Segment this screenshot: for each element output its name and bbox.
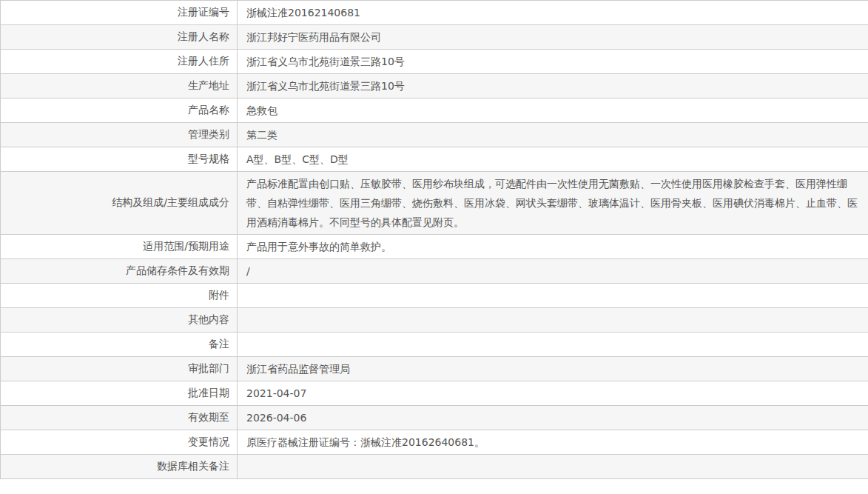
row-field-value: 浙江省药品监督管理局 — [238, 357, 868, 381]
table-row: 其他内容 — [1, 308, 868, 333]
row-field-label: 注册人住所 — [1, 50, 238, 74]
row-field-value: 原医疗器械注册证编号：浙械注准20162640681。 — [238, 430, 868, 455]
row-field-label: 产品名称 — [1, 99, 238, 123]
row-field-label: 生产地址 — [1, 74, 238, 99]
row-field-label: 附件 — [1, 284, 238, 308]
row-field-value: 产品标准配置由创口贴、压敏胶带、医用纱布块组成，可选配件由一次性使用无菌敷贴、一… — [238, 172, 868, 235]
registration-table-body: 注册证编号 浙械注准20162140681 注册人名称 浙江邦好宁医药用品有限公… — [1, 1, 868, 479]
row-field-value — [238, 455, 868, 479]
row-field-value: 2026-04-06 — [238, 406, 868, 430]
table-row: 审批部门 浙江省药品监督管理局 — [1, 357, 868, 381]
table-row: 型号规格 A型、B型、C型、D型 — [1, 147, 868, 172]
row-field-value: 产品用于意外事故的简单救护。 — [238, 235, 868, 259]
table-row: 批准日期 2021-04-07 — [1, 381, 868, 406]
registration-record-table: 注册证编号 浙械注准20162140681 注册人名称 浙江邦好宁医药用品有限公… — [0, 0, 868, 479]
table-row: 注册证编号 浙械注准20162140681 — [1, 1, 868, 25]
row-field-value: 浙江省义乌市北苑街道景三路10号 — [238, 50, 868, 74]
row-field-label: 注册证编号 — [1, 1, 238, 25]
table-row: 备注 — [1, 333, 868, 357]
row-field-label: 数据库相关备注 — [1, 455, 238, 479]
row-field-label: 其他内容 — [1, 308, 238, 333]
row-field-label: 产品储存条件及有效期 — [1, 259, 238, 284]
row-field-value: 急救包 — [238, 99, 868, 123]
row-field-value: 浙江省义乌市北苑街道景三路10号 — [238, 74, 868, 99]
row-field-value — [238, 308, 868, 333]
table-row: 注册人名称 浙江邦好宁医药用品有限公司 — [1, 25, 868, 50]
row-field-label: 审批部门 — [1, 357, 238, 381]
row-field-label: 变更情况 — [1, 430, 238, 455]
row-field-label: 结构及组成/主要组成成分 — [1, 172, 238, 235]
row-field-label: 型号规格 — [1, 147, 238, 172]
row-field-value: 浙江邦好宁医药用品有限公司 — [238, 25, 868, 50]
row-field-label: 有效期至 — [1, 406, 238, 430]
table-row: 注册人住所 浙江省义乌市北苑街道景三路10号 — [1, 50, 868, 74]
row-field-value: 浙械注准20162140681 — [238, 1, 868, 25]
table-row: 产品名称 急救包 — [1, 99, 868, 123]
page: { "page": { "background_color": "#ffffff… — [0, 0, 868, 494]
row-field-value: / — [238, 259, 868, 284]
table-row: 有效期至 2026-04-06 — [1, 406, 868, 430]
row-field-label: 管理类别 — [1, 123, 238, 147]
row-field-value — [238, 333, 868, 357]
row-field-label: 备注 — [1, 333, 238, 357]
table-row: 适用范围/预期用途 产品用于意外事故的简单救护。 — [1, 235, 868, 259]
row-field-label: 适用范围/预期用途 — [1, 235, 238, 259]
row-field-value: 2021-04-07 — [238, 381, 868, 406]
table-row: 产品储存条件及有效期 / — [1, 259, 868, 284]
table-row: 管理类别 第二类 — [1, 123, 868, 147]
table-row: 结构及组成/主要组成成分 产品标准配置由创口贴、压敏胶带、医用纱布块组成，可选配… — [1, 172, 868, 235]
row-field-value: A型、B型、C型、D型 — [238, 147, 868, 172]
row-field-value — [238, 284, 868, 308]
row-field-label: 注册人名称 — [1, 25, 238, 50]
row-field-label: 批准日期 — [1, 381, 238, 406]
table-row: 附件 — [1, 284, 868, 308]
table-row: 数据库相关备注 — [1, 455, 868, 479]
row-field-value: 第二类 — [238, 123, 868, 147]
table-row: 生产地址 浙江省义乌市北苑街道景三路10号 — [1, 74, 868, 99]
table-row: 变更情况 原医疗器械注册证编号：浙械注准20162640681。 — [1, 430, 868, 455]
